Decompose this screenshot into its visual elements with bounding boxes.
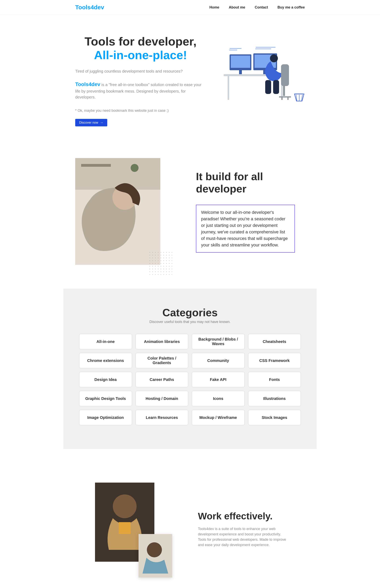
category-item[interactable]: Fake API (192, 372, 245, 387)
svg-point-22 (147, 542, 162, 557)
categories-grid: All-in-oneAnimation librariesBackground … (79, 334, 301, 425)
site-header: Tools4dev Home About me Contact Buy me a… (0, 0, 380, 15)
category-item[interactable]: Design Idea (79, 372, 132, 387)
category-item[interactable]: Illustrations (248, 391, 301, 406)
category-item[interactable]: Mockup / Wireframe (192, 410, 245, 425)
category-item[interactable]: All-in-one (79, 334, 132, 349)
svg-point-17 (131, 164, 138, 172)
hero-desc: Tools4dev is a "free all-in-one toolbox"… (75, 81, 206, 100)
category-item[interactable]: Graphic Design Tools (79, 391, 132, 406)
hero-section: Tools for developer, All-in-one-place! T… (63, 15, 317, 134)
svg-rect-15 (75, 158, 160, 190)
category-item[interactable]: Fonts (248, 372, 301, 387)
hero-footnote: * Ok, maybe you need bookmark this websi… (75, 108, 206, 113)
discover-button[interactable]: Discover now → (75, 119, 107, 126)
category-item[interactable]: Icons (192, 391, 245, 406)
svg-rect-13 (283, 86, 285, 96)
category-item[interactable]: Background / Blobs / Waves (192, 334, 245, 349)
category-item[interactable]: Image Optimization (79, 410, 132, 425)
category-item[interactable]: Hosting / Domain (135, 391, 189, 406)
category-item[interactable]: Animation libraries (135, 334, 189, 349)
categories-sub: Discover useful tools that you may not h… (79, 320, 301, 324)
svg-rect-16 (81, 164, 111, 167)
category-item[interactable]: Color Palettes / Gradients (135, 353, 189, 368)
work-section: Work effectively. Tools4dev is a suite o… (63, 449, 317, 588)
category-item[interactable]: Career Paths (135, 372, 189, 387)
main-nav: Home About me Contact Buy me a coffee (209, 5, 305, 10)
category-item[interactable]: Stock Images (248, 410, 301, 425)
nav-home[interactable]: Home (209, 5, 219, 10)
svg-rect-1 (228, 76, 229, 100)
dot-pattern-icon (149, 251, 172, 275)
built-section: It build for all developer Welcome to ou… (63, 134, 317, 288)
svg-point-20 (113, 495, 136, 518)
svg-rect-4 (231, 55, 250, 68)
nav-coffee[interactable]: Buy me a coffee (278, 5, 305, 10)
hero-title: Tools for developer, All-in-one-place! (75, 35, 206, 62)
categories-heading: Categories (79, 306, 301, 319)
work-heading: Work effectively. (198, 511, 289, 521)
hero-intro: Tired of juggling countless development … (75, 68, 206, 74)
work-images (95, 482, 170, 575)
nav-contact[interactable]: Contact (255, 5, 268, 10)
arrow-right-icon: → (100, 121, 103, 125)
logo[interactable]: Tools4dev (75, 4, 104, 11)
nav-about[interactable]: About me (229, 5, 245, 10)
category-item[interactable]: Cheatsheets (248, 334, 301, 349)
svg-rect-11 (273, 80, 279, 94)
category-item[interactable]: Learn Resources (135, 410, 189, 425)
svg-rect-7 (239, 70, 242, 74)
hero-illustration (214, 35, 305, 106)
category-item[interactable]: CSS Framework (248, 353, 301, 368)
svg-rect-12 (281, 64, 289, 86)
work-body: Tools4dev is a suite of tools to enhance… (198, 526, 289, 548)
category-item[interactable]: Community (192, 353, 245, 368)
svg-rect-10 (265, 80, 271, 94)
built-heading: It build for all developer (196, 170, 305, 195)
built-image (75, 158, 160, 265)
category-item[interactable]: Chrome extensions (79, 353, 132, 368)
built-body: Welcome to our all-in-one developer's pa… (196, 205, 295, 252)
svg-point-9 (270, 54, 278, 62)
categories-section: Categories Discover useful tools that yo… (63, 288, 317, 449)
